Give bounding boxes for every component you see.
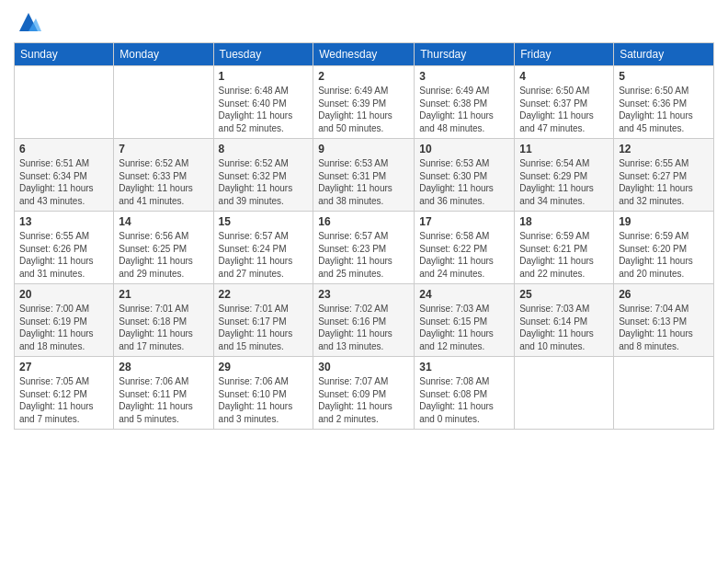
calendar-cell: 22Sunrise: 7:01 AM Sunset: 6:17 PM Dayli… [213,284,313,357]
day-number: 17 [419,215,509,228]
day-info: Sunrise: 7:05 AM Sunset: 6:12 PM Dayligh… [19,375,108,425]
calendar-cell: 21Sunrise: 7:01 AM Sunset: 6:18 PM Dayli… [114,284,213,357]
day-info: Sunrise: 7:08 AM Sunset: 6:08 PM Dayligh… [419,375,509,425]
day-number: 4 [519,70,609,83]
calendar-week-row: 27Sunrise: 7:05 AM Sunset: 6:12 PM Dayli… [15,357,714,430]
day-number: 31 [419,361,509,373]
day-info: Sunrise: 6:57 AM Sunset: 6:24 PM Dayligh… [219,230,309,280]
day-info: Sunrise: 6:48 AM Sunset: 6:40 PM Dayligh… [219,85,309,134]
day-info: Sunrise: 6:55 AM Sunset: 6:27 PM Dayligh… [619,157,709,207]
calendar-cell: 8Sunrise: 6:52 AM Sunset: 6:32 PM Daylig… [213,139,313,212]
day-number: 28 [119,361,208,373]
day-number: 13 [19,215,108,228]
day-info: Sunrise: 7:01 AM Sunset: 6:18 PM Dayligh… [119,303,208,352]
calendar-cell: 31Sunrise: 7:08 AM Sunset: 6:08 PM Dayli… [415,357,515,430]
calendar-cell: 25Sunrise: 7:03 AM Sunset: 6:14 PM Dayli… [515,284,614,357]
calendar-cell: 16Sunrise: 6:57 AM Sunset: 6:23 PM Dayli… [313,212,415,284]
calendar-week-row: 6Sunrise: 6:51 AM Sunset: 6:34 PM Daylig… [15,139,714,212]
day-number: 22 [219,288,309,301]
day-number: 3 [419,70,509,83]
calendar-day-header: Monday [114,43,213,66]
calendar-cell: 5Sunrise: 6:50 AM Sunset: 6:36 PM Daylig… [614,66,714,139]
calendar-cell: 9Sunrise: 6:53 AM Sunset: 6:31 PM Daylig… [313,139,415,212]
calendar-cell: 7Sunrise: 6:52 AM Sunset: 6:33 PM Daylig… [114,139,213,212]
day-number: 19 [619,215,709,228]
day-info: Sunrise: 6:55 AM Sunset: 6:26 PM Dayligh… [19,230,108,280]
day-number: 10 [419,143,509,155]
day-number: 20 [19,288,108,301]
day-info: Sunrise: 6:58 AM Sunset: 6:22 PM Dayligh… [419,230,509,280]
calendar-cell: 24Sunrise: 7:03 AM Sunset: 6:15 PM Dayli… [415,284,515,357]
calendar-cell: 14Sunrise: 6:56 AM Sunset: 6:25 PM Dayli… [114,212,213,284]
day-number: 2 [318,70,409,83]
calendar-cell [114,66,213,139]
page: SundayMondayTuesdayWednesdayThursdayFrid… [0,0,728,563]
day-number: 14 [119,215,208,228]
calendar-cell: 11Sunrise: 6:54 AM Sunset: 6:29 PM Dayli… [515,139,614,212]
logo [14,9,41,35]
day-info: Sunrise: 7:02 AM Sunset: 6:16 PM Dayligh… [318,303,409,352]
calendar-cell: 18Sunrise: 6:59 AM Sunset: 6:21 PM Dayli… [515,212,614,284]
day-number: 6 [19,143,108,155]
calendar-week-row: 1Sunrise: 6:48 AM Sunset: 6:40 PM Daylig… [15,66,714,139]
day-number: 12 [619,143,709,155]
day-number: 30 [318,361,409,373]
calendar-header-row: SundayMondayTuesdayWednesdayThursdayFrid… [15,43,714,66]
day-number: 8 [219,143,309,155]
day-info: Sunrise: 6:50 AM Sunset: 6:36 PM Dayligh… [619,85,709,134]
day-number: 18 [519,215,609,228]
day-number: 11 [519,143,609,155]
calendar-cell: 12Sunrise: 6:55 AM Sunset: 6:27 PM Dayli… [614,139,714,212]
calendar-cell: 3Sunrise: 6:49 AM Sunset: 6:38 PM Daylig… [415,66,515,139]
logo-icon [16,9,41,35]
calendar-cell: 23Sunrise: 7:02 AM Sunset: 6:16 PM Dayli… [313,284,415,357]
calendar-cell: 19Sunrise: 6:59 AM Sunset: 6:20 PM Dayli… [614,212,714,284]
day-info: Sunrise: 6:49 AM Sunset: 6:38 PM Dayligh… [419,85,509,134]
day-info: Sunrise: 7:06 AM Sunset: 6:10 PM Dayligh… [219,375,309,425]
header [14,9,714,35]
calendar-cell [614,357,714,430]
calendar-cell: 15Sunrise: 6:57 AM Sunset: 6:24 PM Dayli… [213,212,313,284]
day-number: 21 [119,288,208,301]
calendar-week-row: 20Sunrise: 7:00 AM Sunset: 6:19 PM Dayli… [15,284,714,357]
day-info: Sunrise: 6:51 AM Sunset: 6:34 PM Dayligh… [19,157,108,207]
day-number: 1 [219,70,309,83]
day-info: Sunrise: 7:01 AM Sunset: 6:17 PM Dayligh… [219,303,309,352]
day-info: Sunrise: 7:04 AM Sunset: 6:13 PM Dayligh… [619,303,709,352]
day-info: Sunrise: 6:57 AM Sunset: 6:23 PM Dayligh… [318,230,409,280]
calendar-cell: 17Sunrise: 6:58 AM Sunset: 6:22 PM Dayli… [415,212,515,284]
calendar-day-header: Tuesday [213,43,313,66]
day-info: Sunrise: 6:52 AM Sunset: 6:32 PM Dayligh… [219,157,309,207]
calendar-cell: 13Sunrise: 6:55 AM Sunset: 6:26 PM Dayli… [15,212,114,284]
calendar-day-header: Thursday [415,43,515,66]
day-number: 29 [219,361,309,373]
day-number: 5 [619,70,709,83]
calendar-day-header: Friday [515,43,614,66]
calendar-cell [15,66,114,139]
day-number: 25 [519,288,609,301]
day-info: Sunrise: 6:52 AM Sunset: 6:33 PM Dayligh… [119,157,208,207]
day-info: Sunrise: 7:06 AM Sunset: 6:11 PM Dayligh… [119,375,208,425]
day-number: 26 [619,288,709,301]
calendar-cell: 4Sunrise: 6:50 AM Sunset: 6:37 PM Daylig… [515,66,614,139]
day-number: 16 [318,215,409,228]
calendar-cell: 20Sunrise: 7:00 AM Sunset: 6:19 PM Dayli… [15,284,114,357]
day-info: Sunrise: 7:07 AM Sunset: 6:09 PM Dayligh… [318,375,409,425]
calendar-cell: 10Sunrise: 6:53 AM Sunset: 6:30 PM Dayli… [415,139,515,212]
day-info: Sunrise: 6:59 AM Sunset: 6:21 PM Dayligh… [519,230,609,280]
calendar-week-row: 13Sunrise: 6:55 AM Sunset: 6:26 PM Dayli… [15,212,714,284]
day-info: Sunrise: 6:53 AM Sunset: 6:31 PM Dayligh… [318,157,409,207]
day-number: 27 [19,361,108,373]
calendar-cell: 6Sunrise: 6:51 AM Sunset: 6:34 PM Daylig… [15,139,114,212]
calendar: SundayMondayTuesdayWednesdayThursdayFrid… [14,42,714,430]
calendar-cell: 2Sunrise: 6:49 AM Sunset: 6:39 PM Daylig… [313,66,415,139]
calendar-cell: 28Sunrise: 7:06 AM Sunset: 6:11 PM Dayli… [114,357,213,430]
day-info: Sunrise: 6:54 AM Sunset: 6:29 PM Dayligh… [519,157,609,207]
day-info: Sunrise: 7:03 AM Sunset: 6:15 PM Dayligh… [419,303,509,352]
day-info: Sunrise: 6:53 AM Sunset: 6:30 PM Dayligh… [419,157,509,207]
day-info: Sunrise: 6:56 AM Sunset: 6:25 PM Dayligh… [119,230,208,280]
calendar-cell: 26Sunrise: 7:04 AM Sunset: 6:13 PM Dayli… [614,284,714,357]
calendar-cell: 29Sunrise: 7:06 AM Sunset: 6:10 PM Dayli… [213,357,313,430]
day-number: 9 [318,143,409,155]
calendar-cell: 30Sunrise: 7:07 AM Sunset: 6:09 PM Dayli… [313,357,415,430]
